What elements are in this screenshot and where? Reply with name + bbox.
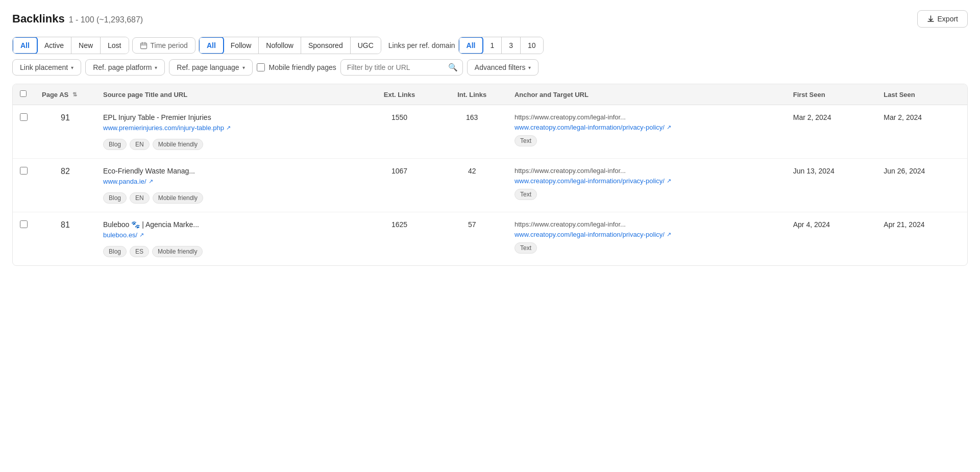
first-seen-header: First Seen (786, 84, 877, 105)
page-as-cell: 82 (35, 159, 96, 212)
source-ext-link-icon: ↗ (226, 125, 231, 131)
first-seen-cell: Apr 4, 2024 (786, 212, 877, 266)
links-per-domain-1-btn[interactable]: 1 (483, 37, 502, 54)
link-placement-chevron: ▾ (71, 65, 74, 70)
ext-links-header: Ext. Links (362, 84, 437, 105)
table-row: 91 EPL Injury Table - Premier Injuries w… (13, 105, 967, 159)
tag: Blog (103, 139, 127, 150)
tag: Blog (103, 246, 127, 257)
int-links-cell: 57 (436, 212, 507, 266)
page-as-header[interactable]: Page AS ⇅ (35, 84, 96, 105)
link-type-lost-btn[interactable]: Lost (101, 37, 128, 54)
link-type-new-btn[interactable]: New (71, 37, 101, 54)
filter-search-wrapper: 🔍 (340, 59, 463, 76)
table-row: 81 Buleboo 🐾 | Agencia Marke... buleboo.… (13, 212, 967, 266)
row-checkbox-cell[interactable] (13, 212, 35, 266)
ext-links-cell: 1625 (362, 212, 437, 266)
row-checkbox-0[interactable] (20, 113, 28, 121)
int-links-header: Int. Links (436, 84, 507, 105)
page-range: 1 - 100 (~1,293,687) (69, 15, 143, 24)
follow-all-btn[interactable]: All (199, 37, 224, 54)
link-placement-dropdown[interactable]: Link placement ▾ (12, 59, 81, 76)
link-type-all-btn[interactable]: All (12, 37, 38, 54)
follow-btn[interactable]: Follow (224, 37, 259, 54)
anchor-url-full: https://www.creatopy.com/legal-infor... (514, 113, 779, 121)
source-url-link[interactable]: buleboo.es/ ↗ (103, 231, 144, 239)
tag: EN (130, 192, 150, 204)
row-checkbox-cell[interactable] (13, 105, 35, 159)
page-as-cell: 81 (35, 212, 96, 266)
tag: ES (130, 246, 149, 257)
advanced-filters-chevron: ▾ (528, 65, 531, 70)
row-checkbox-1[interactable] (20, 167, 28, 175)
filter-search-input[interactable] (340, 59, 463, 76)
tag: Blog (103, 192, 127, 204)
anchor-ext-link-icon: ↗ (667, 178, 671, 184)
table-row: 82 Eco-Friendly Waste Manag... www.panda… (13, 159, 967, 212)
first-seen-cell: Mar 2, 2024 (786, 105, 877, 159)
ext-links-cell: 1067 (362, 159, 437, 212)
link-type-filter: All Active New Lost (12, 37, 129, 54)
ref-page-language-chevron: ▾ (242, 65, 245, 70)
advanced-filters-label: Advanced filters (475, 63, 526, 71)
int-links-cell: 163 (436, 105, 507, 159)
anchor-url-full: https://www.creatopy.com/legal-infor... (514, 167, 779, 175)
last-seen-header: Last Seen (876, 84, 967, 105)
ref-page-language-dropdown[interactable]: Ref. page language ▾ (169, 59, 252, 76)
anchor-url-link[interactable]: www.creatopy.com/legal-information/priva… (514, 177, 671, 185)
links-per-domain-10-btn[interactable]: 10 (521, 37, 543, 54)
tag: Mobile friendly (152, 246, 203, 257)
int-links-cell: 42 (436, 159, 507, 212)
anchor-url-full: https://www.creatopy.com/legal-infor... (514, 220, 779, 228)
ugc-btn[interactable]: UGC (351, 37, 381, 54)
backlinks-table-wrapper: Page AS ⇅ Source page Title and URL Ext.… (12, 84, 968, 266)
anchor-type-tag: Text (514, 135, 537, 146)
anchor-url-link[interactable]: www.creatopy.com/legal-information/priva… (514, 231, 671, 238)
mobile-friendly-filter[interactable]: Mobile friendly pages (257, 63, 336, 71)
source-title: Eco-Friendly Waste Manag... (103, 167, 355, 175)
links-per-domain-label: Links per ref. domain (388, 41, 455, 49)
anchor-type-tag: Text (514, 189, 537, 200)
links-per-domain-filter: All 1 3 10 (458, 37, 544, 54)
sponsored-btn[interactable]: Sponsored (301, 37, 351, 54)
page-as-sort-icon: ⇅ (72, 91, 77, 98)
ext-links-cell: 1550 (362, 105, 437, 159)
first-seen-cell: Jun 13, 2024 (786, 159, 877, 212)
tags-row: BlogESMobile friendly (103, 246, 355, 257)
ref-page-platform-dropdown[interactable]: Ref. page platform ▾ (85, 59, 165, 76)
ref-page-platform-chevron: ▾ (155, 65, 157, 70)
mobile-friendly-checkbox[interactable] (257, 63, 265, 71)
svg-rect-0 (140, 43, 146, 48)
anchor-url-link[interactable]: www.creatopy.com/legal-information/priva… (514, 123, 671, 131)
last-seen-cell: Apr 21, 2024 (876, 212, 967, 266)
anchor-ext-link-icon: ↗ (667, 124, 671, 131)
row-checkbox-cell[interactable] (13, 159, 35, 212)
time-period-button[interactable]: Time period (132, 37, 195, 54)
nofollow-btn[interactable]: Nofollow (259, 37, 301, 54)
last-seen-cell: Mar 2, 2024 (876, 105, 967, 159)
anchor-ext-link-icon: ↗ (667, 231, 671, 238)
tags-row: BlogENMobile friendly (103, 192, 355, 204)
advanced-filters-button[interactable]: Advanced filters ▾ (467, 59, 539, 76)
mobile-friendly-label-text: Mobile friendly pages (269, 63, 336, 71)
follow-type-filter: All Follow Nofollow Sponsored UGC (199, 37, 381, 54)
source-url-link[interactable]: www.premierinjuries.com/injury-table.php… (103, 124, 231, 132)
calendar-icon (140, 42, 148, 49)
source-url-link[interactable]: www.panda.ie/ ↗ (103, 178, 153, 185)
select-all-header[interactable] (13, 84, 35, 105)
source-cell: Buleboo 🐾 | Agencia Marke... buleboo.es/… (96, 212, 362, 266)
anchor-cell: https://www.creatopy.com/legal-infor... … (507, 105, 786, 159)
export-label: Export (938, 15, 958, 23)
links-per-domain-3-btn[interactable]: 3 (502, 37, 521, 54)
link-type-active-btn[interactable]: Active (37, 37, 71, 54)
links-per-domain-all-btn[interactable]: All (458, 37, 484, 54)
tag: EN (130, 139, 150, 150)
ref-page-platform-label: Ref. page platform (93, 63, 152, 71)
search-icon: 🔍 (448, 63, 458, 72)
source-ext-link-icon: ↗ (139, 232, 144, 238)
row-checkbox-2[interactable] (20, 220, 28, 228)
source-cell: EPL Injury Table - Premier Injuries www.… (96, 105, 362, 159)
select-all-checkbox[interactable] (20, 90, 27, 97)
export-button[interactable]: Export (917, 10, 968, 28)
tag: Mobile friendly (153, 139, 203, 150)
